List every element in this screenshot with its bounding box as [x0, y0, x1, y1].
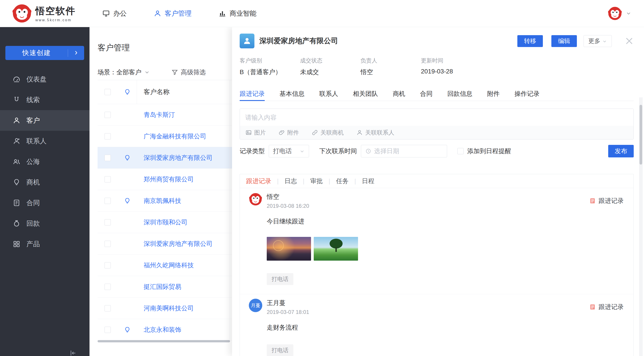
- sidebar-item-public-pool[interactable]: 公海: [0, 151, 90, 172]
- sidebar-item-opportunities[interactable]: 商机: [0, 172, 90, 193]
- sidebar-item-dashboard[interactable]: 仪表盘: [0, 69, 90, 90]
- follow-record-composer: 图片 附件 关联商机 关联联系人: [240, 109, 634, 140]
- magnet-icon: [12, 96, 20, 104]
- feed-tab-approvals[interactable]: 审批: [310, 177, 323, 185]
- row-checkbox[interactable]: [104, 112, 111, 118]
- customer-name-link[interactable]: 深圳爱家房地产有限公司: [144, 240, 212, 248]
- customer-name-link[interactable]: 挺汇国际贸易: [144, 282, 181, 291]
- row-checkbox[interactable]: [104, 284, 111, 290]
- field-label: 负责人: [360, 57, 421, 64]
- tab-opportunities[interactable]: 商机: [393, 87, 405, 101]
- sidebar-item-leads[interactable]: 线索: [0, 90, 90, 110]
- tab-contracts[interactable]: 合同: [420, 87, 432, 101]
- sidebar-item-products[interactable]: 产品: [0, 234, 90, 254]
- feed-author-block: 王月蔓 2019-03-07 18:01: [267, 299, 589, 315]
- tab-attachments[interactable]: 附件: [487, 87, 500, 101]
- contact-icon: [12, 137, 20, 145]
- field-deal-status: 成交状态 未成交: [300, 57, 360, 76]
- row-checkbox[interactable]: [104, 241, 111, 247]
- customer-name-link[interactable]: 南京凯佩科技: [144, 197, 181, 205]
- customer-name-link[interactable]: 深圳爱家房地产有限公司: [144, 154, 212, 162]
- feed-content: 今日继续跟进: [267, 217, 624, 226]
- tool-label: 关联商机: [320, 129, 344, 137]
- feed-author: 王月蔓: [267, 299, 589, 307]
- field-value: 悟空: [360, 68, 421, 76]
- tab-basic-info[interactable]: 基本信息: [280, 87, 304, 101]
- close-icon[interactable]: [625, 37, 634, 46]
- row-checkbox[interactable]: [104, 262, 111, 268]
- tool-label: 附件: [287, 129, 299, 137]
- image-tool-button[interactable]: 图片: [245, 129, 266, 137]
- attachment-tool-button[interactable]: 附件: [278, 129, 299, 137]
- user-menu[interactable]: [608, 6, 632, 21]
- tab-operation-log[interactable]: 操作记录: [514, 87, 540, 101]
- row-checkbox[interactable]: [104, 219, 111, 225]
- nav-item-customer-management[interactable]: 客户管理: [154, 9, 192, 18]
- customer-avatar: [240, 34, 254, 48]
- customer-name-link[interactable]: 青岛卡斯汀: [144, 111, 175, 119]
- row-checkbox[interactable]: [104, 133, 111, 140]
- schedule-reminder-option[interactable]: 添加到日程提醒: [458, 147, 511, 155]
- customer-name-link[interactable]: 深圳市颐和公司: [144, 218, 188, 227]
- sidebar-item-contacts[interactable]: 联系人: [0, 131, 90, 151]
- tab-related-team[interactable]: 相关团队: [353, 87, 378, 101]
- advanced-filter-label: 高级筛选: [181, 68, 206, 77]
- row-checkbox[interactable]: [104, 305, 111, 311]
- quick-create-button[interactable]: 快速创建 ›: [5, 46, 84, 60]
- record-type-select[interactable]: 打电话: [269, 145, 309, 157]
- feed-tab-schedule[interactable]: 日程: [362, 177, 374, 185]
- sidebar-item-label: 商机: [26, 178, 40, 187]
- link-contact-button[interactable]: 关联联系人: [356, 129, 394, 137]
- transfer-button[interactable]: 转移: [517, 35, 543, 47]
- sidebar-item-customers[interactable]: 客户: [0, 110, 90, 131]
- customer-name-link[interactable]: 北京永和装饰: [144, 325, 181, 334]
- more-button[interactable]: 更多: [584, 35, 612, 47]
- night-carnival-photo[interactable]: [267, 237, 311, 261]
- select-all-checkbox[interactable]: [104, 89, 111, 95]
- nav-item-office[interactable]: 办公: [102, 9, 127, 18]
- green-field-photo[interactable]: [314, 237, 358, 261]
- top-nav: 办公 客户管理 商业智能: [102, 9, 256, 18]
- lightbulb-icon[interactable]: [124, 326, 131, 333]
- content-input[interactable]: [240, 109, 634, 126]
- sidebar-item-label: 客户: [26, 116, 40, 125]
- sidebar-collapse-icon[interactable]: [69, 349, 77, 356]
- tab-follow-records[interactable]: 跟进记录: [240, 87, 265, 101]
- customer-name-link[interactable]: 郑州商贸有限公司: [144, 175, 194, 184]
- vertical-scrollbar-thumb[interactable]: [640, 105, 642, 165]
- horizontal-scrollbar-thumb[interactable]: [98, 340, 230, 342]
- reminder-checkbox[interactable]: [458, 148, 464, 154]
- row-checkbox[interactable]: [104, 327, 111, 333]
- date-picker-input[interactable]: 选择日期: [361, 145, 447, 157]
- customer-name-link[interactable]: 福州久屹网络科技: [144, 261, 194, 270]
- chevron-down-icon: [144, 69, 150, 75]
- edit-button[interactable]: 编辑: [551, 35, 577, 47]
- link-icon: [312, 129, 318, 136]
- lightbulb-icon[interactable]: [124, 197, 131, 204]
- lightbulb-icon[interactable]: [124, 154, 131, 161]
- feed-tab-tasks[interactable]: 任务: [336, 177, 349, 185]
- customer-name-link[interactable]: 广海金融科技有限公司: [144, 132, 206, 141]
- field-value: B（普通客户）: [240, 68, 300, 76]
- row-checkbox[interactable]: [104, 155, 111, 161]
- link-opportunity-button[interactable]: 关联商机: [312, 129, 344, 137]
- top-bar: 悟空软件 www.5kcrm.com 办公 客户管理 商业智能: [0, 0, 644, 27]
- scene-filter[interactable]: 场景：全部客户: [98, 68, 150, 77]
- sidebar-item-contracts[interactable]: 合同: [0, 193, 90, 213]
- detail-header: 深圳爱家房地产有限公司 转移 编辑 更多: [240, 34, 634, 48]
- row-checkbox[interactable]: [104, 198, 111, 204]
- feed-tab-logs[interactable]: 日志: [284, 177, 297, 185]
- tab-contacts[interactable]: 联系人: [319, 87, 338, 101]
- tab-payment-info[interactable]: 回款信息: [447, 87, 472, 101]
- advanced-filter-button[interactable]: 高级筛选: [172, 68, 206, 77]
- sidebar-item-payments[interactable]: 回款: [0, 213, 90, 234]
- publish-button[interactable]: 发布: [608, 145, 634, 157]
- feed-author: 悟空: [267, 193, 589, 201]
- chevron-down-icon: [602, 39, 607, 44]
- row-checkbox[interactable]: [104, 176, 111, 182]
- bar-chart-icon: [218, 10, 226, 18]
- feed-tab-follow-records[interactable]: 跟进记录: [246, 177, 271, 185]
- logo-title: 悟空软件: [35, 5, 76, 17]
- nav-item-business-intelligence[interactable]: 商业智能: [218, 9, 256, 18]
- customer-name-link[interactable]: 河南美啊科技公司: [144, 304, 194, 312]
